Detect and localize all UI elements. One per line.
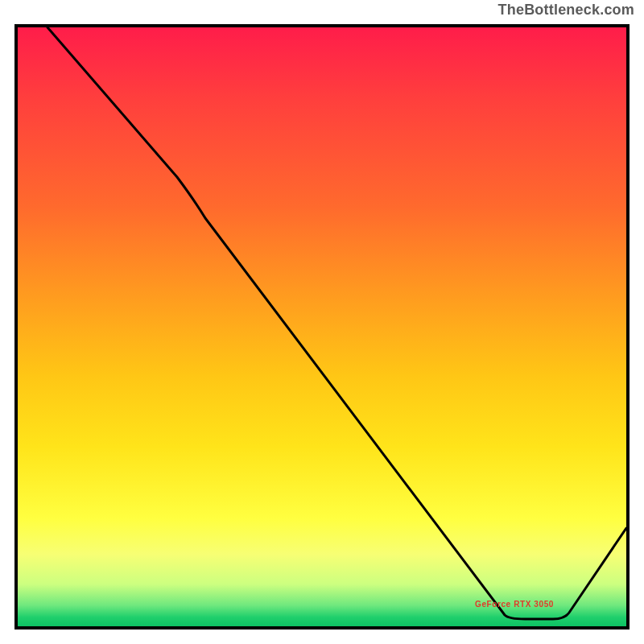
bottleneck-curve-path [47, 27, 626, 619]
chart-curve-svg [18, 27, 626, 626]
bottleneck-chart: GeForce RTX 3050 [14, 24, 630, 630]
attribution-text: TheBottleneck.com [498, 2, 634, 19]
marker-label-rtx3050: GeForce RTX 3050 [475, 600, 554, 609]
